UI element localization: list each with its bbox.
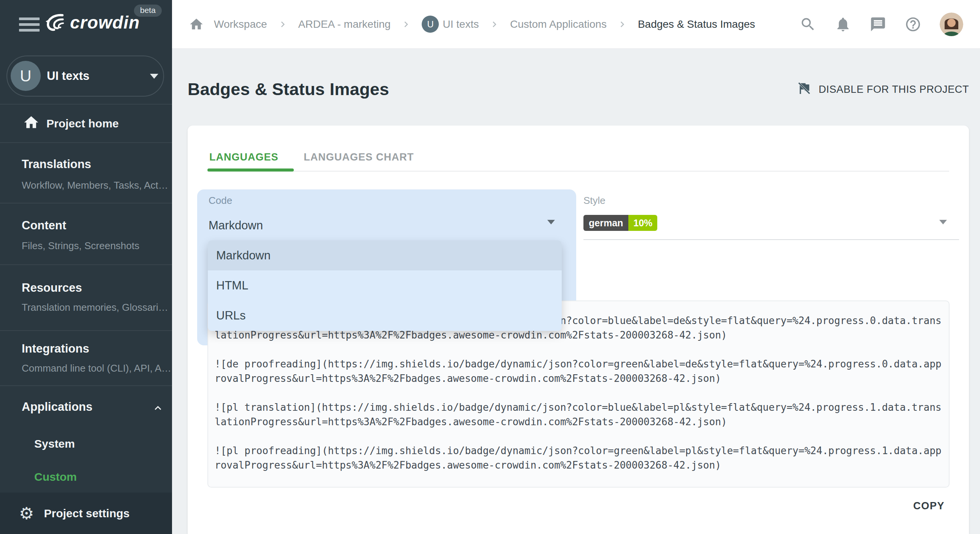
help-icon[interactable] [905,16,921,33]
section-subtitle: Workflow, Members, Tasks, Act… [22,180,168,191]
code-snippet: ![de proofreading](https://img.shields.i… [215,357,949,386]
sidebar: crowdin beta U UI texts Project home Tra… [0,0,172,534]
chevron-right-icon [277,19,288,30]
sidebar-item-label: Project home [46,117,119,130]
sidebar-item-custom[interactable]: Custom [34,470,77,483]
chevron-right-icon [400,19,412,30]
sidebar-item-content[interactable] [0,203,172,264]
copy-button[interactable]: COPY [913,500,945,512]
style-badge-preview: german 10% [583,215,657,231]
flag-off-icon [797,81,812,99]
badges-card: LANGUAGES LANGUAGES CHART Code Markdown … [188,126,969,534]
beta-badge: beta [134,5,162,17]
style-select-label: Style [583,195,606,207]
home-icon [23,114,40,132]
crowdin-wordmark: crowdin [70,12,140,33]
chevron-right-icon [617,19,628,30]
user-avatar[interactable] [940,13,963,36]
breadcrumb-item-current: Badges & Status Images [638,18,755,30]
code-line: ![pl translation](https://img.shields.io… [215,400,949,415]
section-title: Content [22,219,66,232]
badge-progress-value: 10% [628,215,657,231]
notifications-bell-icon[interactable] [835,16,851,33]
sidebar-item-integrations[interactable] [0,331,172,385]
sidebar-item-label: Project settings [44,507,129,520]
crowdin-logo[interactable]: crowdin [43,10,140,35]
dropdown-option-html[interactable]: HTML [208,270,562,300]
code-line: lationProgress&url=https%3A%2F%2Fbadges.… [215,415,949,429]
project-name: UI texts [47,56,89,97]
section-title: Resources [22,281,82,295]
tabs-divider [207,171,949,172]
disable-button-label: DISABLE FOR THIS PROJECT [819,84,969,95]
disable-for-project-button[interactable]: DISABLE FOR THIS PROJECT [797,81,969,99]
chevron-up-icon [151,402,164,416]
section-subtitle: Command line tool (CLI), API, A… [22,362,171,374]
breadcrumb-item-label: UI texts [443,18,479,30]
section-title: Translations [22,157,91,171]
code-select-caret-icon[interactable] [547,220,555,224]
badge-language-label: german [583,215,628,231]
project-avatar: U [11,61,41,91]
style-select-underline [583,239,959,240]
breadcrumb-home-icon[interactable] [189,17,204,32]
dropdown-option-urls[interactable]: URLs [208,300,562,331]
sidebar-item-translations[interactable] [0,143,172,203]
code-select-dropdown-menu: Markdown HTML URLs [208,240,562,331]
breadcrumb-item-custom-applications[interactable]: Custom Applications [510,18,607,30]
code-select[interactable]: Code Markdown [209,195,263,232]
crowdin-logo-mark-icon [43,10,66,35]
project-avatar: U [422,16,439,33]
sidebar-divider [0,385,172,386]
gear-icon: ⚙ [19,505,34,522]
code-select-value: Markdown [209,219,263,232]
sidebar-divider [0,104,172,105]
code-line: rovalProgress&url=https%3A%2F%2Fbadges.a… [215,458,949,472]
code-snippet: ![pl proofreading](https://img.shields.i… [215,443,949,472]
page-title: Badges & Status Images [188,79,389,99]
dropdown-option-markdown[interactable]: Markdown [208,240,562,270]
section-title: Integrations [22,342,89,356]
sidebar-item-project-settings[interactable]: ⚙ Project settings [0,493,172,534]
messages-chat-icon[interactable] [870,16,886,33]
tab-languages-chart[interactable]: LANGUAGES CHART [304,151,414,163]
tab-languages[interactable]: LANGUAGES [209,151,279,163]
breadcrumb-item-ui-texts[interactable]: U UI texts [422,16,479,33]
section-subtitle: Files, Strings, Screenshots [22,240,139,252]
top-header: Workspace ARDEA - marketing U UI texts C… [172,0,980,49]
code-line: ![pl proofreading](https://img.shields.i… [215,443,949,458]
project-switcher-caret-icon [150,74,158,79]
sidebar-item-system[interactable]: System [34,437,75,450]
chevron-right-icon [489,19,500,30]
breadcrumb-item-project[interactable]: ARDEA - marketing [298,18,391,30]
active-tab-indicator [207,168,294,172]
style-select-caret-icon[interactable] [939,220,947,224]
section-title: Applications [22,400,92,414]
hamburger-menu-icon[interactable] [19,17,40,32]
code-line: ![de proofreading](https://img.shields.i… [215,357,949,371]
style-select[interactable]: Style [583,195,606,207]
breadcrumb: Workspace ARDEA - marketing U UI texts C… [189,16,800,33]
code-line: rovalProgress&url=https%3A%2F%2Fbadges.a… [215,371,949,386]
sidebar-item-resources[interactable] [0,265,172,330]
code-snippet: ![pl translation](https://img.shields.io… [215,400,949,429]
breadcrumb-item-workspace[interactable]: Workspace [214,18,267,30]
section-subtitle: Translation memories, Glossari… [22,302,168,313]
code-select-label: Code [209,195,263,207]
page-head: Badges & Status Images DISABLE FOR THIS … [188,65,969,114]
search-icon[interactable] [800,16,816,33]
